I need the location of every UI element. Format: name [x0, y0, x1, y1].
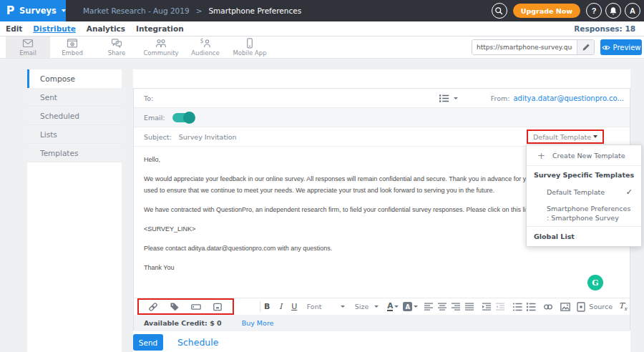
indent-button[interactable]	[480, 300, 492, 314]
from-email-value[interactable]: aditya.datar@questionpro.co...	[513, 94, 624, 102]
insert-image-button[interactable]	[559, 300, 571, 314]
bold-button[interactable]: B	[261, 300, 273, 314]
hyperlink-button[interactable]	[542, 300, 554, 314]
help-icon: ?	[592, 6, 597, 15]
editor-toolbar: B I U Font Size A A	[134, 298, 630, 315]
source-label: Source	[589, 303, 613, 311]
channel-tab-email[interactable]: Email	[6, 36, 50, 58]
align-center-button[interactable]	[436, 300, 448, 314]
responses-count[interactable]: Responses: 18	[574, 24, 638, 33]
menu-item-create-new-template[interactable]: + Create New Template	[527, 145, 641, 166]
channel-tab-mobile-app[interactable]: Mobile App	[228, 36, 272, 58]
size-select[interactable]: Size	[355, 303, 379, 311]
to-label: To:	[144, 94, 153, 102]
align-left-button[interactable]	[422, 300, 434, 314]
bullet-list-button[interactable]	[511, 300, 523, 314]
option-line1: Smartphone Preferences	[547, 204, 641, 213]
text-color-button[interactable]: A	[387, 302, 399, 311]
channel-tab-embed[interactable]: Embed	[50, 36, 94, 58]
insert-text-field-button[interactable]	[190, 300, 203, 314]
channel-label: Embed	[62, 49, 83, 57]
font-select[interactable]: Font	[307, 303, 345, 311]
image-icon	[560, 302, 570, 312]
bell-icon	[609, 6, 618, 16]
menu-item-default-template[interactable]: Default Template ✓	[527, 184, 641, 200]
distribution-channels: Email Embed Share Community	[0, 36, 644, 59]
sidebar-item-lists[interactable]: Lists	[27, 125, 122, 144]
help-button[interactable]: ?	[586, 3, 602, 19]
sidebar-item-sent[interactable]: Sent	[27, 88, 122, 107]
chevron-down-icon	[593, 135, 597, 138]
menu-item-smartphone-preferences[interactable]: Smartphone Preferences : Smartphone Surv…	[527, 200, 641, 226]
preview-button[interactable]: Preview	[600, 39, 642, 55]
search-button[interactable]	[492, 3, 507, 19]
survey-nav: Edit Distribute Analytics Integration Re…	[0, 21, 644, 36]
buy-more-link[interactable]: Buy More	[242, 319, 274, 327]
subject-label: Subject:	[144, 133, 172, 141]
email-toggle[interactable]	[172, 113, 194, 122]
chevron-down-icon	[374, 305, 379, 308]
email-icon	[22, 38, 34, 49]
italic-button[interactable]: I	[275, 300, 287, 314]
audience-icon: $	[200, 38, 211, 49]
email-label: Email:	[144, 114, 165, 122]
insert-survey-link-button[interactable]	[147, 300, 160, 314]
channel-tab-community[interactable]: Community	[139, 36, 183, 58]
align-right-button[interactable]	[449, 300, 462, 314]
from-label: From:	[491, 94, 510, 102]
channel-label: Community	[143, 49, 178, 57]
nav-item-distribute[interactable]: Distribute	[33, 24, 76, 33]
credit-bar: Available Credit: $ 0 Buy More	[134, 315, 630, 331]
breadcrumb: Market Research - Aug 2019 > Smartphone …	[83, 6, 301, 15]
survey-url-field	[472, 39, 595, 55]
channel-label: Email	[19, 49, 36, 57]
breadcrumb-folder[interactable]: Market Research - Aug 2019	[83, 6, 190, 15]
topbar: P Surveys Market Research - Aug 2019 > S…	[0, 0, 644, 21]
align-left-icon	[424, 302, 434, 312]
template-select[interactable]: Default Template	[527, 129, 604, 144]
sidebar-item-scheduled[interactable]: Scheduled	[27, 107, 122, 125]
underline-button[interactable]: U	[288, 300, 301, 314]
surveys-menu[interactable]: P Surveys	[0, 0, 66, 21]
eye-icon	[602, 44, 610, 51]
recipient-list-caret-icon[interactable]	[454, 97, 458, 99]
survey-url-input[interactable]	[472, 40, 577, 54]
upgrade-now-button[interactable]: Upgrade Now	[513, 4, 580, 18]
subject-value[interactable]: Survey Invitation	[179, 133, 237, 141]
share-icon	[111, 38, 122, 49]
remove-format-button[interactable]: Tx	[617, 300, 629, 314]
recipient-list-icon[interactable]	[439, 94, 449, 103]
edit-url-button[interactable]	[577, 40, 594, 54]
outdent-button[interactable]	[494, 300, 506, 314]
insert-button-button[interactable]	[212, 300, 224, 314]
align-justify-button[interactable]	[463, 300, 475, 314]
embed-icon	[67, 38, 78, 49]
source-button[interactable]: Source	[576, 302, 613, 312]
channel-tab-share[interactable]: Share	[94, 36, 139, 58]
toggle-knob	[183, 112, 195, 124]
schedule-link[interactable]: Schedule	[177, 337, 218, 348]
insert-tag-button[interactable]	[169, 300, 181, 314]
notifications-button[interactable]	[605, 3, 621, 19]
account-button[interactable]: A	[625, 3, 640, 19]
nav-item-integration[interactable]: Integration	[136, 24, 184, 33]
grammarly-icon[interactable]: G	[587, 275, 603, 290]
align-justify-icon	[464, 302, 474, 312]
channel-label: Mobile App	[233, 49, 266, 57]
sidebar-item-templates[interactable]: Templates	[27, 144, 122, 162]
background-color-button[interactable]: A	[403, 302, 418, 311]
available-credit: Available Credit: $ 0	[144, 319, 222, 327]
breadcrumb-survey-name[interactable]: Smartphone Preferences	[208, 6, 301, 15]
numbered-list-button[interactable]	[525, 300, 537, 314]
sidebar-item-compose[interactable]: Compose	[27, 69, 122, 88]
numbered-list-icon	[526, 302, 536, 312]
channel-tab-audience[interactable]: $ Audience	[183, 36, 228, 58]
outdent-icon	[495, 302, 505, 312]
send-button[interactable]: Send	[133, 334, 163, 351]
menu-section-global-list[interactable]: Global List	[527, 226, 641, 246]
search-icon	[494, 6, 504, 16]
chevron-down-icon	[414, 305, 418, 308]
nav-item-edit[interactable]: Edit	[6, 24, 22, 33]
nav-item-analytics[interactable]: Analytics	[87, 24, 125, 33]
questionpro-logo: P	[6, 6, 15, 16]
